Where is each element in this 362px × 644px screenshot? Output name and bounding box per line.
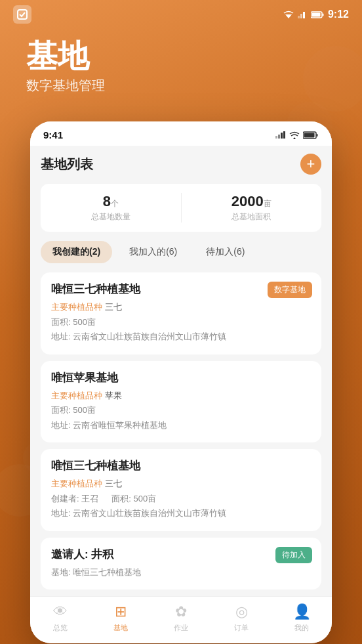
header-subtitle: 数字基地管理 <box>26 77 336 95</box>
nav-order-label: 订单 <box>234 623 249 633</box>
base-card-3-row-1: 主要种植品种 三七 <box>51 477 311 490</box>
header-area: 基地 数字基地管理 <box>0 26 362 101</box>
nav-profile-label: 我的 <box>294 623 309 633</box>
nav-profile-icon: 👤 <box>293 603 311 620</box>
phone-card: 9:41 基地列表 + <box>30 121 332 643</box>
svg-rect-15 <box>281 133 283 139</box>
base-card-3-title: 唯恒三七种植基地 <box>51 458 311 473</box>
status-bar: 9:12 <box>0 0 362 26</box>
stat-count-value: 8个 <box>41 193 181 210</box>
status-time: 9:12 <box>328 9 349 20</box>
nav-item-work[interactable]: ✿ 作业 <box>151 603 211 633</box>
svg-rect-3 <box>300 14 302 18</box>
base-card-2-row-3: 地址: 云南省唯恒苹果种植基地 <box>51 419 311 432</box>
inner-time: 9:41 <box>43 129 63 140</box>
base-card-3-row-3: 地址: 云南省文山壮族苗族自治州文山市薄竹镇 <box>51 507 311 520</box>
nav-overview-label: 总览 <box>53 623 68 633</box>
tabs-row: 我创建的(2) 我加入的(6) 待加入(6) <box>41 241 321 263</box>
list-title: 基地列表 <box>41 156 93 173</box>
main-content: 基地列表 + 8个 总基地数量 2000亩 总基地面积 我创建的(2) 我加入的… <box>30 146 332 590</box>
svg-rect-13 <box>275 136 277 139</box>
inner-wifi-icon <box>289 131 300 139</box>
svg-rect-20 <box>304 133 315 137</box>
nav-base-label: 基地 <box>113 623 128 633</box>
nav-work-icon: ✿ <box>175 603 187 620</box>
base-card-2-row-1: 主要种植品种 苹果 <box>51 389 311 402</box>
join-badge[interactable]: 待加入 <box>275 547 312 563</box>
svg-rect-16 <box>283 131 285 139</box>
bottom-nav: 👁 总览 ⊞ 基地 ✿ 作业 ◎ 订单 👤 我的 <box>30 596 332 643</box>
tab-created[interactable]: 我创建的(2) <box>41 241 112 263</box>
svg-point-17 <box>294 137 296 139</box>
nav-base-icon: ⊞ <box>115 603 127 620</box>
add-button[interactable]: + <box>300 154 321 175</box>
signal-icon <box>298 11 307 18</box>
svg-rect-0 <box>18 10 27 19</box>
base-card-4[interactable]: 邀请人: 井积 待加入 基地: 唯恒三七种植基地 <box>41 538 321 590</box>
base-card-1[interactable]: 唯恒三七种植基地 数字基地 主要种植品种 三七 面积: 500亩 地址: 云南省… <box>41 272 321 354</box>
stat-area-label: 总基地面积 <box>182 211 322 223</box>
nav-item-profile[interactable]: 👤 我的 <box>272 603 332 633</box>
tab-joined[interactable]: 我加入的(6) <box>117 241 189 263</box>
status-bar-right: 9:12 <box>283 9 349 20</box>
inner-status-icons <box>275 131 319 139</box>
base-card-2-title: 唯恒苹果基地 <box>51 370 311 385</box>
header-title: 基地 <box>26 39 336 74</box>
wifi-icon <box>283 11 294 18</box>
app-icon <box>13 5 31 24</box>
base-card-1-row-2: 面积: 500亩 <box>51 316 311 329</box>
nav-item-base[interactable]: ⊞ 基地 <box>90 603 151 633</box>
nav-overview-icon: 👁 <box>53 603 68 620</box>
svg-rect-6 <box>322 13 323 16</box>
tab-pending[interactable]: 待加入(6) <box>194 241 256 263</box>
svg-rect-4 <box>303 12 305 18</box>
inner-battery-icon <box>303 131 319 139</box>
base-card-2-row-2: 面积: 500亩 <box>51 404 311 417</box>
inner-status-bar: 9:41 <box>30 121 332 146</box>
svg-rect-7 <box>312 12 320 16</box>
svg-rect-14 <box>278 135 280 139</box>
stat-total-area: 2000亩 总基地面积 <box>181 193 322 223</box>
list-header: 基地列表 + <box>41 154 321 175</box>
base-card-4-row-1: 基地: 唯恒三七种植基地 <box>51 566 311 579</box>
svg-rect-2 <box>298 16 300 18</box>
nav-item-order[interactable]: ◎ 订单 <box>211 603 272 633</box>
digital-badge-1: 数字基地 <box>268 282 312 298</box>
nav-work-label: 作业 <box>174 623 188 633</box>
stat-area-value: 2000亩 <box>182 193 322 210</box>
stats-row: 8个 总基地数量 2000亩 总基地面积 <box>41 184 321 232</box>
nav-order-icon: ◎ <box>235 603 248 620</box>
svg-rect-19 <box>317 134 318 137</box>
base-card-1-row-1: 主要种植品种 三七 <box>51 301 311 314</box>
base-card-4-title: 邀请人: 井积 <box>51 547 311 562</box>
base-card-3-row-2: 创建者: 王召 面积: 500亩 <box>51 492 311 505</box>
battery-icon <box>311 11 324 18</box>
nav-item-overview[interactable]: 👁 总览 <box>30 603 90 633</box>
base-card-3[interactable]: 唯恒三七种植基地 主要种植品种 三七 创建者: 王召 面积: 500亩 地址: … <box>41 449 321 531</box>
base-card-1-row-3: 地址: 云南省文山壮族苗族自治州文山市薄竹镇 <box>51 330 311 343</box>
stat-total-count: 8个 总基地数量 <box>41 193 181 223</box>
inner-signal-icon <box>275 131 286 139</box>
stat-count-label: 总基地数量 <box>41 211 181 223</box>
svg-marker-1 <box>285 14 292 18</box>
base-card-2[interactable]: 唯恒苹果基地 主要种植品种 苹果 面积: 500亩 地址: 云南省唯恒苹果种植基… <box>41 361 321 443</box>
